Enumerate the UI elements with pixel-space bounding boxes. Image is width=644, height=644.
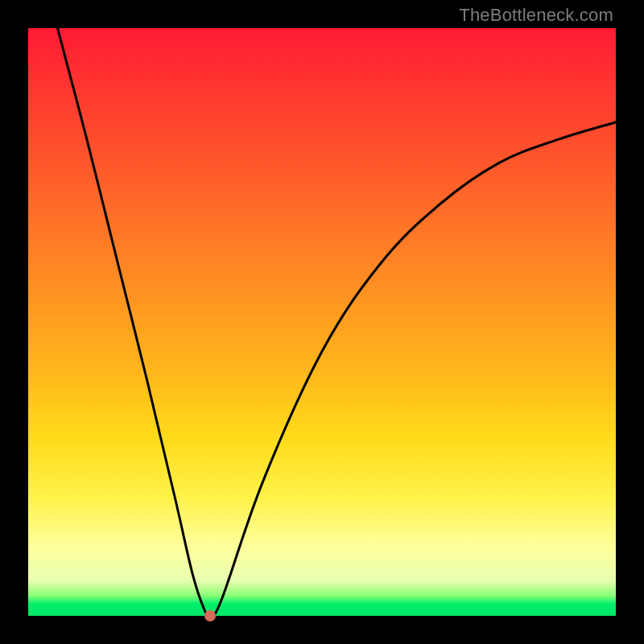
plot-area [28,28,616,616]
watermark-text: TheBottleneck.com [459,5,613,26]
bottleneck-curve-path [58,28,617,617]
minimum-marker [204,610,216,621]
curve-svg [28,28,616,616]
chart-frame: TheBottleneck.com [0,0,644,644]
